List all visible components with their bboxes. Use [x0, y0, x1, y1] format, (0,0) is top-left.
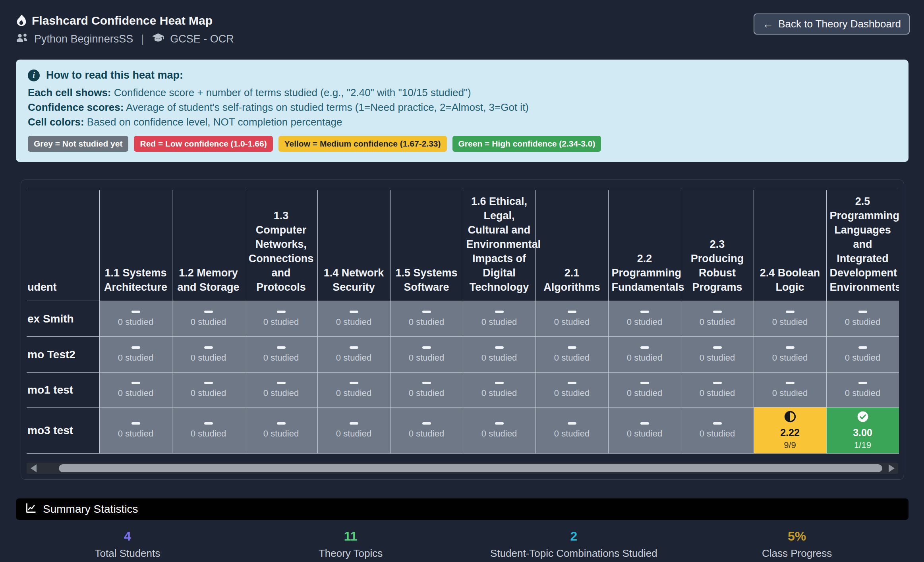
studied-count-label: 0 studied — [536, 317, 608, 327]
studied-count-label: 0 studied — [827, 353, 899, 363]
studied-count-label: 0 studied — [536, 388, 608, 398]
heatmap-cell-high-confidence: 3.001/19 — [826, 407, 899, 454]
dash-icon — [858, 346, 867, 349]
studied-count-label: 0 studied — [827, 317, 899, 327]
heatmap-cell-not-studied: 0 studied — [99, 373, 172, 407]
legend-badge: Green = High confidence (2.34-3.0) — [452, 136, 601, 152]
student-name-cell: mo3 test — [27, 407, 99, 454]
studied-count-label: 0 studied — [245, 388, 317, 398]
studied-count-label: 0 studied — [827, 388, 899, 398]
dash-icon — [422, 346, 431, 349]
table-horizontal-scrollbar[interactable] — [27, 463, 898, 474]
dash-icon — [131, 346, 140, 349]
studied-count-label: 0 studied — [463, 388, 535, 398]
studied-count-label: 0 studied — [100, 388, 172, 398]
dash-icon — [568, 422, 576, 425]
studied-count-label: 0 studied — [390, 388, 463, 398]
studied-count-label: 0 studied — [681, 317, 754, 327]
scroll-left-button[interactable] — [27, 463, 40, 474]
topic-column-header: 1.4 Network Security — [317, 190, 390, 301]
studied-count-label: 0 studied — [609, 388, 681, 398]
stat-label: Total Students — [16, 547, 239, 560]
heatmap-cell-not-studied: 0 studied — [99, 337, 172, 373]
subtitle-separator: | — [139, 33, 146, 45]
dash-icon — [713, 422, 722, 425]
heatmap-cell-not-studied: 0 studied — [172, 373, 245, 407]
back-to-theory-dashboard-button[interactable]: ← Back to Theory Dashboard — [754, 14, 910, 35]
dash-icon — [568, 346, 576, 349]
dash-icon — [713, 311, 722, 313]
studied-count-label: 0 studied — [172, 317, 245, 327]
studied-count-label: 0 studied — [390, 429, 463, 439]
studied-count-label: 0 studied — [463, 317, 535, 327]
info-line-cell-shows: Each cell shows: Confidence score + numb… — [28, 85, 897, 100]
scroll-right-arrow-icon — [889, 464, 895, 472]
dash-icon — [786, 311, 794, 313]
flame-icon — [16, 14, 27, 28]
dash-icon — [422, 382, 431, 384]
studied-count-label: 0 studied — [172, 353, 245, 363]
dash-icon — [786, 346, 794, 349]
studied-count-label: 0 studied — [463, 429, 535, 439]
summary-stat: 11Theory Topics — [239, 528, 462, 560]
scroll-right-button[interactable] — [885, 463, 898, 474]
heatmap-cell-not-studied: 0 studied — [99, 301, 172, 337]
topic-column-header: 2.5 Programming Languages and Integrated… — [826, 190, 899, 301]
studied-fraction: 9/9 — [754, 440, 826, 450]
dash-icon — [422, 311, 431, 313]
heatmap-cell-not-studied: 0 studied — [681, 301, 754, 337]
stat-value: 5% — [685, 528, 909, 544]
heatmap-cell-not-studied: 0 studied — [390, 407, 463, 454]
studied-count-label: 0 studied — [245, 429, 317, 439]
info-line-confidence-scores: Confidence scores: Average of student's … — [28, 100, 897, 115]
dash-icon — [568, 382, 576, 384]
topic-column-header: 2.3 Producing Robust Programs — [681, 190, 754, 301]
student-name-cell: ex Smith — [27, 301, 99, 337]
dash-icon — [858, 311, 867, 313]
graduation-cap-icon — [152, 33, 164, 46]
heatmap-cell-not-studied: 0 studied — [608, 407, 681, 454]
heatmap-cell-not-studied: 0 studied — [681, 373, 754, 407]
dash-icon — [131, 382, 140, 384]
studied-count-label: 0 studied — [754, 317, 826, 327]
dash-icon — [204, 382, 213, 384]
student-name-cell: mo Test2 — [27, 337, 99, 373]
heatmap-cell-not-studied: 0 studied — [245, 407, 317, 454]
dash-icon — [640, 422, 649, 425]
student-row: mo Test20 studied0 studied0 studied0 stu… — [27, 337, 899, 373]
heatmap-cell-not-studied: 0 studied — [317, 337, 390, 373]
student-row: mo3 test0 studied0 studied0 studied0 stu… — [27, 407, 899, 454]
heatmap-cell-not-studied: 0 studied — [754, 373, 826, 407]
studied-fraction: 1/19 — [827, 440, 899, 450]
scrollbar-track[interactable] — [40, 463, 885, 474]
studied-count-label: 0 studied — [100, 353, 172, 363]
summary-stat: 4Total Students — [16, 528, 239, 560]
scrollbar-thumb[interactable] — [59, 464, 882, 472]
heatmap-cell-not-studied: 0 studied — [99, 407, 172, 454]
legend-badge: Yellow = Medium confidence (1.67-2.33) — [278, 136, 447, 152]
dash-icon — [640, 346, 649, 349]
heatmap-cell-not-studied: 0 studied — [608, 301, 681, 337]
studied-count-label: 0 studied — [681, 353, 754, 363]
stat-label: Student-Topic Combinations Studied — [462, 547, 686, 560]
studied-count-label: 0 studied — [754, 353, 826, 363]
confidence-score: 2.22 — [754, 427, 826, 438]
heatmap-cell-not-studied: 0 studied — [463, 373, 535, 407]
page-title: Flashcard Confidence Heat Map — [32, 14, 213, 27]
info-line-cell-colors: Cell colors: Based on confidence level, … — [28, 115, 897, 129]
flashcard-heatmap-screen: Flashcard Confidence Heat Map Python Beg… — [0, 0, 924, 562]
dash-icon — [858, 382, 867, 384]
title-block: Flashcard Confidence Heat Map Python Beg… — [16, 14, 234, 46]
heatmap-cell-not-studied: 0 studied — [463, 407, 535, 454]
heatmap-cell-not-studied: 0 studied — [608, 337, 681, 373]
confidence-score: 3.00 — [827, 427, 899, 438]
dash-icon — [350, 422, 358, 425]
heatmap-cell-not-studied: 0 studied — [390, 301, 463, 337]
heatmap-cell-not-studied: 0 studied — [317, 407, 390, 454]
studied-count-label: 0 studied — [681, 388, 754, 398]
heatmap-table: udent1.1 Systems Architecture1.2 Memory … — [27, 190, 899, 454]
studied-count-label: 0 studied — [172, 388, 245, 398]
heatmap-table-head: udent1.1 Systems Architecture1.2 Memory … — [27, 190, 899, 301]
exam-board: GCSE - OCR — [170, 33, 234, 45]
studied-count-label: 0 studied — [100, 429, 172, 439]
